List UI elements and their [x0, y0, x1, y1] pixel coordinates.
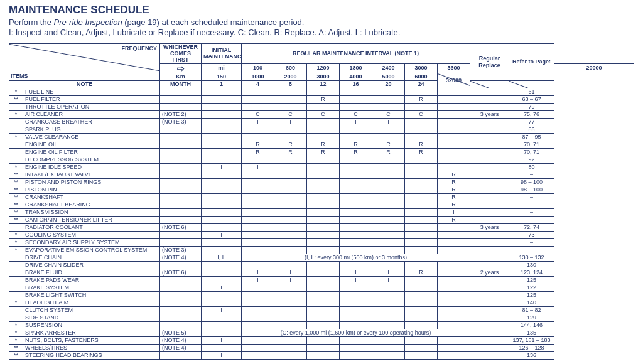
header-whichever: WHICHEVER COMES FIRST	[160, 43, 202, 63]
row-interval-cell	[372, 126, 405, 133]
row-interval-cell	[438, 223, 470, 231]
row-interval-cell	[274, 284, 307, 291]
row-interval-cell	[438, 163, 470, 171]
subtitle-text-a: Perform the	[9, 18, 54, 27]
row-page-ref: 70, 71	[509, 141, 554, 148]
row-note	[160, 193, 202, 201]
row-item-name: EVAPORATIVE EMISSION CONTROL SYSTEM	[23, 246, 160, 254]
row-interval-cell: C	[340, 110, 372, 118]
row-interval-cell: I	[242, 276, 274, 284]
row-initial: I	[202, 231, 242, 238]
row-page-ref: –	[509, 208, 554, 216]
row-note	[160, 148, 202, 156]
row-interval-cell	[438, 269, 470, 276]
row-interval-cell	[372, 246, 405, 254]
row-item-name: ENGINE IDLE SPEED	[23, 163, 160, 171]
row-interval-cell	[307, 201, 340, 208]
row-regular-replace	[470, 186, 509, 193]
row-interval-cell	[242, 306, 274, 314]
row-interval-cell	[438, 141, 470, 148]
header-month: MONTH	[160, 80, 202, 88]
row-interval-cell: I	[372, 276, 405, 284]
row-interval-cell: C	[242, 110, 274, 118]
row-interval-cell: I	[307, 269, 340, 276]
row-interval-cell: I	[405, 314, 438, 321]
row-page-ref: 130	[509, 261, 554, 269]
row-note	[160, 276, 202, 284]
row-interval-cell	[372, 261, 405, 269]
row-regular-replace	[470, 126, 509, 133]
header-int-month-2: 12	[307, 80, 340, 88]
row-interval-cell: I	[242, 269, 274, 276]
row-interval-cell: R	[242, 141, 274, 148]
row-interval-cell: I	[405, 306, 438, 314]
row-interval-cell	[372, 291, 405, 299]
row-interval-cell: C	[405, 110, 438, 118]
row-marker	[9, 314, 23, 321]
table-row: **PISTON PINR98 – 100	[9, 186, 634, 193]
row-interval-cell: R	[438, 216, 470, 223]
row-interval-cell	[242, 291, 274, 299]
row-interval-cell	[438, 261, 470, 269]
row-interval-cell	[274, 201, 307, 208]
row-regular-replace	[470, 208, 509, 216]
row-interval-cell	[242, 171, 274, 178]
table-row: CRANKCASE BREATHER(NOTE 3)IIIIII77	[9, 118, 634, 126]
row-marker: **	[9, 216, 23, 223]
row-marker: **	[9, 95, 23, 103]
row-item-name: COOLING SYSTEM	[23, 231, 160, 238]
row-interval-cell: I	[307, 321, 340, 329]
row-item-name: SECONDARY AIR SUPPLY SYSTEM	[23, 238, 160, 246]
row-marker	[9, 291, 23, 299]
row-interval-cell: I	[307, 314, 340, 321]
header-int-km-3: 4000	[340, 73, 372, 80]
table-row: **FUEL FILTERRR63 – 67	[9, 95, 634, 103]
row-interval-cell	[274, 238, 307, 246]
row-item-name: DRIVE CHAIN	[23, 254, 160, 261]
row-marker	[9, 223, 23, 231]
row-interval-cell	[274, 88, 307, 95]
row-interval-cell: I	[307, 163, 340, 171]
row-initial	[202, 246, 242, 254]
header-initial-km: 150	[202, 73, 242, 80]
row-regular-replace	[470, 141, 509, 148]
row-page-ref: 123, 124	[509, 269, 554, 276]
row-interval-cell	[307, 216, 340, 223]
header-note: NOTE	[9, 80, 160, 88]
row-marker	[9, 269, 23, 276]
row-interval-cell: I	[405, 291, 438, 299]
row-regular-replace	[470, 95, 509, 103]
header-int-mi-3: 2400	[372, 63, 405, 73]
row-interval-cell	[242, 321, 274, 329]
row-item-name: CAM CHAIN TENSIONER LIFTER	[23, 216, 160, 223]
row-interval-cell: I	[405, 231, 438, 238]
table-row: **CRANKSHAFT BEARINGR–	[9, 201, 634, 208]
row-interval-cell	[307, 171, 340, 178]
row-interval-cell	[274, 171, 307, 178]
row-marker	[9, 254, 23, 261]
row-page-ref: 70, 71	[509, 148, 554, 156]
row-interval-cell: I	[242, 163, 274, 171]
row-page-ref: 135	[509, 329, 554, 336]
row-interval-cell	[372, 88, 405, 95]
row-interval-cell	[405, 171, 438, 178]
row-page-ref: –	[509, 216, 554, 223]
row-interval-cell	[438, 321, 470, 329]
row-initial	[202, 118, 242, 126]
row-interval-cell	[438, 284, 470, 291]
row-interval-cell: I	[307, 299, 340, 306]
row-interval-cell: I	[405, 321, 438, 329]
header-int-km-2: 3000	[307, 73, 340, 80]
row-regular-replace	[470, 306, 509, 314]
row-interval-cell	[274, 223, 307, 231]
row-interval-cell	[405, 186, 438, 193]
row-note	[160, 314, 202, 321]
row-interval-cell	[340, 95, 372, 103]
row-page-ref: 126 – 128	[509, 344, 554, 351]
row-interval-cell	[242, 344, 274, 351]
row-interval-cell	[307, 178, 340, 186]
row-note	[160, 103, 202, 110]
row-interval-cell	[242, 186, 274, 193]
row-interval-cell	[242, 261, 274, 269]
row-interval-cell: I	[405, 276, 438, 284]
